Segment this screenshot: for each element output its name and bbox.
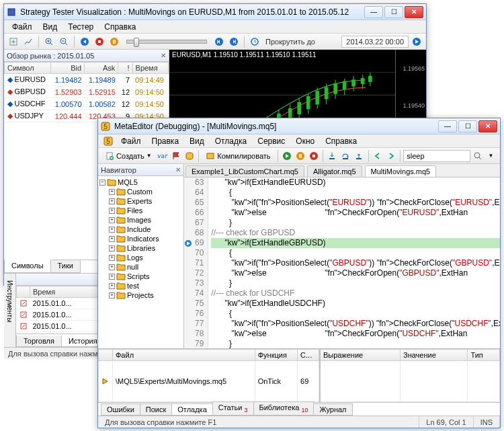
expand-icon[interactable]: +: [109, 227, 115, 233]
stop-icon[interactable]: [93, 35, 106, 48]
tree-item[interactable]: +Files: [99, 206, 182, 215]
file-tab[interactable]: Alligator.mq5: [307, 165, 362, 177]
new-order-icon[interactable]: [7, 35, 20, 48]
nav-fwd-icon[interactable]: [384, 149, 397, 163]
speed-slider[interactable]: [126, 40, 207, 44]
minimize-button[interactable]: —: [364, 6, 383, 18]
step-into-icon[interactable]: [326, 149, 339, 163]
editor-titlebar[interactable]: 5 MetaEditor (Debugging) - [MultiMovings…: [98, 118, 500, 134]
file-tab[interactable]: MultiMovings.mq5: [365, 165, 437, 177]
market-panel-header: Обзор рынка : 2015.01.05 ✕: [4, 50, 169, 62]
menu-debug[interactable]: Отладка: [210, 135, 252, 147]
clock-icon[interactable]: [248, 35, 261, 48]
db-icon[interactable]: [183, 149, 196, 163]
menu-file[interactable]: Файл: [7, 21, 38, 33]
expand-icon[interactable]: +: [109, 255, 115, 261]
menu-view[interactable]: Вид: [38, 21, 63, 33]
nav-back-icon[interactable]: [372, 149, 384, 163]
maximize-button[interactable]: ☐: [384, 6, 403, 18]
menu-file[interactable]: Файл: [116, 135, 146, 147]
tester-titlebar[interactable]: Strategy Tester Visualization : MultiMov…: [4, 4, 426, 20]
create-button[interactable]: Создать▼: [101, 149, 156, 163]
market-row[interactable]: ◆ USDCHF1.005701.005821209:14:50: [5, 98, 169, 110]
expand-icon[interactable]: +: [109, 198, 115, 204]
close-button[interactable]: ✕: [478, 120, 497, 132]
dropdown-icon[interactable]: ▼: [485, 149, 497, 163]
rewind-icon[interactable]: [78, 35, 91, 48]
step-over-icon[interactable]: [339, 149, 352, 163]
pause-icon[interactable]: [294, 149, 306, 163]
minimize-button[interactable]: —: [438, 120, 457, 132]
menu-service[interactable]: Сервис: [252, 135, 290, 147]
tree-item[interactable]: +Images: [99, 215, 182, 225]
step-fwd-icon[interactable]: [227, 35, 241, 48]
file-tab[interactable]: Example1_LibCustomChart.mq5: [185, 165, 304, 177]
zoom-in-icon[interactable]: [42, 35, 56, 48]
expand-icon[interactable]: +: [109, 264, 115, 270]
zoom-out-icon[interactable]: [57, 35, 71, 48]
menu-help[interactable]: Справка: [320, 135, 362, 147]
side-tab-tools[interactable]: Инструменты: [5, 279, 15, 323]
debug-tab[interactable]: Журнал: [313, 403, 352, 416]
folder-icon: [116, 188, 126, 196]
close-icon[interactable]: ✕: [161, 52, 166, 59]
expand-icon[interactable]: +: [109, 274, 115, 280]
flag-icon[interactable]: [170, 149, 183, 163]
tab-symbols[interactable]: Символы: [4, 260, 51, 273]
debug-tab[interactable]: Поиск: [140, 403, 172, 416]
tree-item[interactable]: +Indicators: [99, 234, 182, 243]
go-icon[interactable]: [410, 35, 423, 48]
tree-item[interactable]: +Projects: [99, 290, 182, 300]
maximize-button[interactable]: ☐: [458, 120, 477, 132]
expand-icon[interactable]: +: [109, 292, 115, 299]
tree-item[interactable]: +Experts: [99, 196, 182, 206]
collapse-icon[interactable]: −: [99, 180, 106, 186]
tree-root[interactable]: − MQL5: [99, 178, 182, 187]
search-icon[interactable]: [471, 149, 484, 163]
tree-item[interactable]: +test: [99, 281, 182, 290]
tab-ticks[interactable]: Тики: [50, 260, 81, 273]
folder-icon: [116, 253, 126, 262]
menu-window[interactable]: Окно: [290, 135, 320, 147]
step-back-icon[interactable]: [212, 35, 226, 48]
play-icon[interactable]: [281, 149, 294, 163]
stop-icon[interactable]: [307, 149, 320, 163]
market-row[interactable]: ◆ GBPUSD1.529031.529151209:14:50: [5, 86, 169, 98]
expand-icon[interactable]: +: [109, 236, 115, 242]
debug-tab[interactable]: Библиотека 10: [253, 401, 314, 416]
expand-icon[interactable]: +: [109, 283, 115, 289]
debug-tab[interactable]: Отладка: [171, 403, 212, 416]
close-button[interactable]: ✕: [405, 6, 423, 18]
expand-icon[interactable]: +: [109, 217, 115, 223]
tree-item[interactable]: +null: [99, 262, 182, 272]
compile-button[interactable]: Компилировать: [202, 149, 274, 163]
var-icon[interactable]: var: [157, 149, 169, 163]
date-field[interactable]: 2014.03.22 00:00: [341, 36, 409, 48]
tab-trade[interactable]: Торговля: [16, 336, 62, 347]
tree-item[interactable]: +Libraries: [99, 243, 182, 253]
code-editor[interactable]: 63646566676869707172737475767778798081 "…: [184, 178, 500, 348]
tree-item[interactable]: +Scripts: [99, 272, 182, 281]
debug-tab[interactable]: Ошибки: [101, 403, 140, 416]
pause-icon[interactable]: [108, 35, 121, 48]
tree-item[interactable]: +Custom: [99, 187, 182, 196]
debug-tab[interactable]: Статьи 3: [212, 401, 254, 416]
menu-edit[interactable]: Правка: [146, 135, 185, 147]
close-icon[interactable]: ✕: [175, 166, 181, 173]
svg-rect-80: [343, 158, 348, 159]
menu-tester[interactable]: Тестер: [62, 21, 99, 33]
expand-icon[interactable]: +: [109, 189, 115, 195]
navigator-tree[interactable]: − MQL5 +Custom+Experts+Files+Images+Incl…: [98, 176, 183, 348]
expand-icon[interactable]: +: [109, 245, 115, 251]
menu-help[interactable]: Справка: [99, 21, 141, 33]
market-row[interactable]: ◆ EURUSD1.194821.19489709:14:49: [5, 74, 169, 86]
chart-icon[interactable]: [22, 35, 35, 48]
expand-icon[interactable]: +: [109, 208, 115, 214]
folder-icon: [116, 272, 126, 280]
tree-item[interactable]: +Logs: [99, 253, 182, 262]
step-out-icon[interactable]: [353, 149, 366, 163]
search-input[interactable]: [403, 150, 470, 162]
tree-item[interactable]: +Include: [99, 225, 182, 234]
stack-row[interactable]: \MQL5\Experts\MultiMovings.mq5 OnTick 69: [99, 361, 319, 402]
menu-view[interactable]: Вид: [184, 135, 210, 147]
